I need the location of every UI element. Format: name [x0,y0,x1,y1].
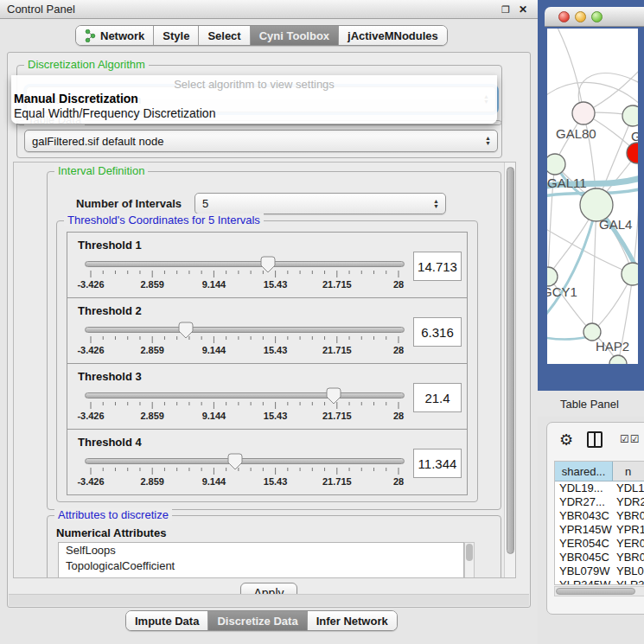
tab-style-label: Style [163,29,189,42]
network-view-window: GAL80GACGAL11GAL4GCY1HHAP2 [538,0,644,391]
gear-icon[interactable]: ⚙ [559,430,573,450]
cell-name[interactable]: YBL0 [613,564,644,578]
table-row[interactable]: YDR27...YDR2 [555,495,644,509]
slider-track[interactable] [85,327,405,333]
table-row[interactable]: YBR045CYBR0 [555,551,644,564]
mac-close-button[interactable] [558,11,570,22]
table-row[interactable]: YBR043CYBR0 [555,509,644,523]
table-data-combobox[interactable]: galFiltered.sif default node ▲▼ [24,130,498,152]
threshold-value-field-2[interactable]: 6.316 [413,317,462,347]
slider-track[interactable] [85,392,405,399]
cell-name[interactable]: YER0 [613,537,644,551]
slider-scale-labels: -3.4262.8599.14415.4321.71528 [85,279,405,291]
attribute-list-item[interactable]: SelfLoops [59,543,463,558]
network-canvas[interactable]: GAL80GACGAL11GAL4GCY1HHAP2 [547,29,638,364]
threshold-panel-2: Threshold 2-3.4262.8599.14415.4321.71528… [67,297,468,364]
cell-shared-name[interactable]: YER054C [555,537,613,551]
threshold-label: Threshold 4 [78,436,142,449]
tab-network[interactable]: Network [76,26,154,45]
cell-shared-name[interactable]: YDL19... [555,481,613,495]
slider-track[interactable] [85,261,405,267]
cell-shared-name[interactable]: YPR145W [555,523,613,537]
attribute-list-item[interactable]: TopologicalCoefficient [59,558,463,574]
checkboxes-icon[interactable]: ☑☑ [620,433,641,445]
cell-shared-name[interactable]: YLR345W [555,578,613,585]
threshold-value-field-1[interactable]: 14.713 [413,252,462,281]
network-node-gal80[interactable] [572,102,595,124]
threshold-panel-3: Threshold 3-3.4262.8599.14415.4321.71528… [67,363,468,430]
column-selector-icon[interactable] [587,431,603,448]
network-node-gal11[interactable] [547,154,565,175]
tab-style[interactable]: Style [154,26,199,45]
network-edge[interactable] [547,227,633,274]
tab-cyni-toolbox[interactable]: Cyni Toolbox [251,26,339,45]
network-node-gcy1[interactable] [547,267,558,286]
number-of-intervals-label: Number of Intervals [76,197,182,210]
mac-zoom-button[interactable] [591,11,603,22]
slider-handle[interactable] [227,453,243,470]
slider-handle[interactable] [260,256,276,273]
bottom-tab-bar: Impute Data Discretize Data Infer Networ… [125,610,398,631]
close-icon[interactable]: ✕ [517,3,529,16]
table-row[interactable]: YER054CYER0 [555,537,644,551]
settings-vertical-scrollbar[interactable] [504,163,515,577]
stepper-icon: ▲▼ [433,199,439,209]
network-node-ga[interactable] [622,105,638,126]
scale-label: -3.426 [77,279,104,290]
tab-discretize-data[interactable]: Discretize Data [208,611,307,630]
tab-select[interactable]: Select [199,26,250,45]
cell-shared-name[interactable]: YDR27... [555,495,613,509]
network-edge[interactable] [633,153,638,274]
cell-name[interactable]: YLR3 [613,578,644,585]
algorithm-popup-prompt[interactable]: Select algorithm to view settings [11,78,497,91]
cell-shared-name[interactable]: YBR043C [555,509,613,523]
scale-label: 2.859 [140,476,164,487]
tab-infer-network[interactable]: Infer Network [308,611,397,630]
tab-cyni-toolbox-label: Cyni Toolbox [259,29,329,42]
mac-minimize-button[interactable] [575,11,586,22]
cell-shared-name[interactable]: YBR045C [555,551,613,564]
slider-handle[interactable] [178,322,194,339]
cell-name[interactable]: YBR0 [613,551,644,564]
cell-shared-name[interactable]: YBL079W [555,564,613,578]
cell-name[interactable]: YDL1 [613,481,644,495]
algorithm-option-equal-width[interactable]: Equal Width/Frequency Discretization [14,106,215,120]
threshold-value-field-3[interactable]: 21.4 [413,383,462,412]
threshold-slider: -3.4262.8599.14415.4321.71528 [85,258,405,296]
cyni-toolbox-panel: Discretization Algorithm Manual Discreti… [7,52,531,608]
slider-track[interactable] [85,458,405,464]
table-data-group: Table Data galFiltered.sif default node … [16,120,502,158]
table-row[interactable]: YDL19...YDL1 [555,481,644,495]
network-node[interactable] [609,355,627,364]
attribute-list-item[interactable]: BetweennessCentrality [59,574,463,578]
network-node-h[interactable] [622,263,638,285]
tab-jactivemnodules-label: jActiveMNodules [348,29,438,42]
float-window-icon[interactable]: ❐ [500,3,512,16]
scale-label: 2.859 [140,279,164,290]
slider-handle[interactable] [326,387,341,405]
scale-label: 28 [393,411,404,421]
cell-name[interactable]: YDR2 [613,495,644,509]
cell-name[interactable]: YPR1 [613,523,644,537]
table-horizontal-scrollbar[interactable] [554,586,644,596]
attributes-list-scrollbar[interactable] [464,542,475,578]
tab-network-label: Network [100,29,144,42]
tab-impute-data[interactable]: Impute Data [126,611,208,630]
network-node-c[interactable] [627,143,638,163]
table-row[interactable]: YPR145WYPR1 [555,523,644,537]
tab-jactivemnodules[interactable]: jActiveMNodules [339,26,447,45]
tab-infer-network-label: Infer Network [316,615,388,628]
column-header-shared[interactable]: shared... [555,462,613,481]
threshold-value-field-4[interactable]: 11.344 [413,449,462,478]
cell-name[interactable]: YBR0 [613,509,644,523]
network-node-hap2[interactable] [583,323,601,341]
numerical-attributes-list[interactable]: SelfLoopsTopologicalCoefficientBetweenne… [58,542,464,578]
network-edge-teal[interactable] [547,207,596,318]
table-row[interactable]: YBL079WYBL0 [555,564,644,578]
table-row[interactable]: YLR345WYLR3 [555,578,644,585]
number-of-intervals-combobox[interactable]: 5 ▲▼ [194,193,446,214]
column-header-name[interactable]: n [613,462,644,481]
table-data-combobox-value: galFiltered.sif default node [32,135,163,148]
algorithm-option-manual[interactable]: Manual Discretization [14,92,138,105]
control-panel-window: Control Panel ❐ ✕ Network Style Select C… [0,0,538,644]
